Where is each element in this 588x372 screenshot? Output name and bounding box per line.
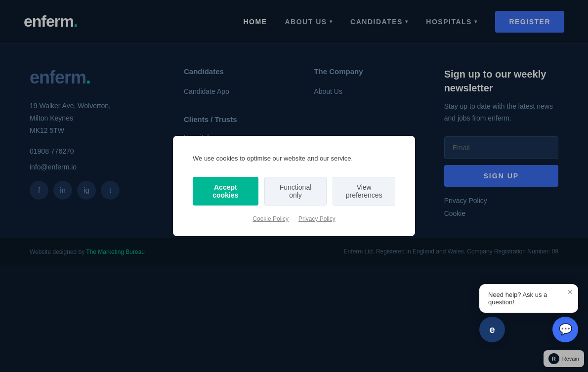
chat-close-button[interactable]: ✕ — [567, 288, 573, 296]
functional-only-button[interactable]: Functional only — [264, 177, 327, 206]
chat-bubble-text: Need help? Ask us a question! — [488, 291, 547, 306]
chat-avatar-row: e 💬 — [479, 317, 578, 342]
chat-fab-button[interactable]: 💬 — [552, 317, 578, 342]
privacy-policy-modal-link[interactable]: Privacy Policy — [298, 215, 336, 222]
cookie-policy-link[interactable]: Cookie Policy — [252, 215, 289, 222]
chat-widget: ✕ Need help? Ask us a question! e 💬 — [479, 284, 578, 342]
cookie-links: Cookie Policy Privacy Policy — [193, 215, 395, 222]
chat-avatar[interactable]: e — [479, 317, 505, 342]
view-preferences-button[interactable]: View preferences — [333, 177, 395, 206]
chat-bubble: ✕ Need help? Ask us a question! — [479, 284, 578, 313]
accept-cookies-button[interactable]: Accept cookies — [193, 177, 258, 206]
cookie-modal: We use cookies to optimise our website a… — [173, 136, 415, 237]
cookie-text: We use cookies to optimise our website a… — [193, 154, 395, 164]
cookie-buttons: Accept cookies Functional only View pref… — [193, 177, 395, 206]
